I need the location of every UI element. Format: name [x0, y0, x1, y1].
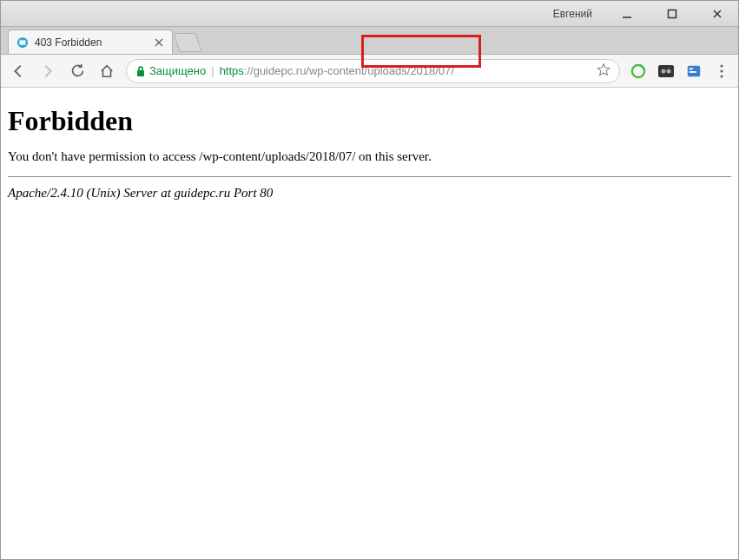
- url-path: ://guidepc.ru/wp-content/uploads/2018/07…: [244, 64, 454, 77]
- window-titlebar: Евгений: [1, 1, 738, 27]
- content-divider: [8, 176, 731, 177]
- forward-button[interactable]: [37, 61, 58, 82]
- page-heading: Forbidden: [8, 105, 731, 137]
- svg-rect-15: [690, 71, 696, 73]
- window-minimize-button[interactable]: [610, 2, 644, 26]
- svg-point-16: [720, 64, 723, 67]
- svg-rect-5: [20, 40, 26, 44]
- svg-rect-8: [137, 70, 144, 76]
- bookmark-star-button[interactable]: [597, 63, 610, 79]
- svg-rect-10: [658, 65, 674, 77]
- svg-point-18: [720, 75, 723, 77]
- extension-icon-1[interactable]: [629, 62, 648, 81]
- tab-strip: 403 Forbidden: [1, 27, 738, 55]
- extension-icon-2[interactable]: [657, 62, 676, 81]
- new-tab-button[interactable]: [173, 33, 201, 52]
- lock-icon: [135, 65, 146, 77]
- window-user-label: Евгений: [553, 8, 592, 20]
- svg-point-11: [662, 69, 666, 73]
- url-text: https://guidepc.ru/wp-content/uploads/20…: [220, 64, 454, 77]
- svg-point-17: [720, 69, 723, 72]
- home-button[interactable]: [96, 61, 117, 82]
- extension-icon-3[interactable]: [684, 62, 703, 81]
- svg-rect-1: [669, 10, 676, 17]
- svg-point-12: [667, 69, 671, 73]
- svg-rect-14: [690, 68, 694, 69]
- url-scheme: https: [220, 64, 244, 77]
- window-close-button[interactable]: [700, 2, 735, 26]
- address-bar[interactable]: Защищено | https://guidepc.ru/wp-content…: [126, 59, 620, 83]
- back-button[interactable]: [8, 61, 29, 82]
- browser-toolbar: Защищено | https://guidepc.ru/wp-content…: [1, 55, 738, 88]
- server-signature: Apache/2.4.10 (Unix) Server at guidepc.r…: [8, 186, 731, 201]
- tab-close-button[interactable]: [153, 36, 165, 49]
- browser-tab[interactable]: 403 Forbidden: [8, 30, 173, 54]
- tab-title: 403 Forbidden: [35, 36, 148, 49]
- page-favicon-icon: [16, 36, 30, 49]
- reload-button[interactable]: [67, 61, 88, 82]
- window-maximize-button[interactable]: [655, 2, 690, 26]
- browser-menu-button[interactable]: [712, 62, 731, 81]
- omnibox-divider: |: [211, 64, 214, 77]
- secure-label: Защищено: [149, 64, 206, 77]
- secure-indicator: Защищено: [135, 64, 206, 77]
- error-message: You don't have permission to access /wp-…: [8, 149, 731, 164]
- page-content: Forbidden You don't have permission to a…: [1, 88, 738, 221]
